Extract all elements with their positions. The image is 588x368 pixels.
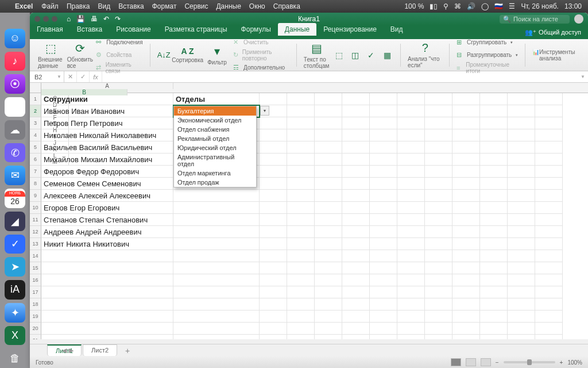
- menu-item[interactable]: Окно: [245, 2, 269, 10]
- cell[interactable]: Иванов Иван Иванович: [41, 105, 173, 117]
- cell[interactable]: Андреев Андрей Андреевич: [41, 226, 173, 238]
- cell[interactable]: [425, 274, 452, 286]
- cell[interactable]: [287, 214, 315, 226]
- cell[interactable]: [315, 154, 342, 166]
- photos-app[interactable]: ✿: [5, 97, 25, 117]
- safari-app[interactable]: ✦: [5, 303, 25, 323]
- cell[interactable]: [397, 274, 425, 286]
- cell[interactable]: [287, 178, 315, 190]
- cell[interactable]: [342, 105, 370, 117]
- cell[interactable]: [425, 335, 452, 339]
- qat-undo-icon[interactable]: ↶: [103, 15, 109, 23]
- cell[interactable]: [287, 93, 315, 105]
- zoom-slider[interactable]: [504, 361, 555, 363]
- cell[interactable]: [342, 141, 370, 154]
- name-box[interactable]: B2 ▼: [30, 71, 64, 82]
- cell[interactable]: [397, 286, 425, 298]
- cell[interactable]: [535, 323, 563, 335]
- cell[interactable]: [370, 226, 397, 238]
- cell[interactable]: [41, 250, 173, 262]
- ribbon-tab[interactable]: Данные: [278, 23, 316, 36]
- cell[interactable]: [452, 117, 480, 129]
- cell[interactable]: [425, 262, 452, 274]
- qat-save-icon[interactable]: 💾: [76, 15, 85, 23]
- cell[interactable]: [260, 129, 287, 141]
- cell[interactable]: [370, 141, 397, 154]
- iawriter-app[interactable]: iA: [5, 280, 25, 300]
- view-page-layout-button[interactable]: [466, 358, 476, 366]
- flag-icon[interactable]: 🇷🇺: [494, 2, 503, 10]
- cell[interactable]: [425, 166, 452, 178]
- podcasts-app[interactable]: ⦿: [5, 74, 25, 94]
- flash-fill-button[interactable]: ⬚: [332, 51, 345, 60]
- cell[interactable]: [41, 286, 173, 298]
- cell[interactable]: [41, 298, 173, 310]
- row-header[interactable]: 9: [30, 190, 41, 202]
- row-header[interactable]: 15: [30, 262, 41, 274]
- menu-item[interactable]: Вставка: [114, 2, 148, 10]
- cell[interactable]: [535, 141, 563, 154]
- cell[interactable]: [508, 238, 535, 250]
- cell[interactable]: [287, 323, 315, 335]
- qat-print-icon[interactable]: 🖶: [91, 15, 98, 23]
- cell[interactable]: [315, 93, 342, 105]
- remove-duplicates-button[interactable]: ◫: [349, 51, 361, 60]
- cell[interactable]: [397, 262, 425, 274]
- cell[interactable]: [397, 190, 425, 202]
- cell[interactable]: [41, 323, 173, 335]
- cell[interactable]: [425, 105, 452, 117]
- ribbon-tab[interactable]: Рисование: [109, 23, 157, 36]
- cell[interactable]: [287, 310, 315, 323]
- cell[interactable]: [425, 310, 452, 323]
- cell[interactable]: [287, 117, 315, 129]
- ribbon-tab[interactable]: Разметка страницы: [158, 23, 234, 36]
- row-header[interactable]: 20: [30, 323, 41, 335]
- cell[interactable]: [452, 226, 480, 238]
- cell[interactable]: [535, 93, 563, 105]
- dropdown-option[interactable]: Отдел маркетинга: [174, 168, 256, 178]
- cell[interactable]: [480, 286, 508, 298]
- ribbon-tab[interactable]: Вставка: [70, 23, 110, 36]
- cell[interactable]: [287, 238, 315, 250]
- cell[interactable]: [425, 93, 452, 105]
- cell[interactable]: [508, 93, 535, 105]
- cell[interactable]: Семенов Семен Семенович: [41, 178, 173, 190]
- cell[interactable]: [480, 274, 508, 286]
- cell[interactable]: Михайлов Михаил Михайлович: [41, 154, 173, 166]
- cell[interactable]: [535, 105, 563, 117]
- control-center-icon[interactable]: ⌘: [454, 2, 461, 10]
- cell[interactable]: [425, 286, 452, 298]
- account-avatar[interactable]: [574, 14, 583, 24]
- qat-redo-icon[interactable]: ↷: [115, 15, 121, 23]
- zoom-out-button[interactable]: −: [496, 359, 499, 366]
- qat-home-icon[interactable]: ⌂: [67, 15, 71, 23]
- cell[interactable]: [480, 154, 508, 166]
- cell[interactable]: [480, 310, 508, 323]
- cell[interactable]: [425, 238, 452, 250]
- cell[interactable]: [287, 335, 315, 339]
- select-all-corner[interactable]: [30, 83, 41, 93]
- cell[interactable]: [287, 262, 315, 274]
- cell[interactable]: [535, 117, 563, 129]
- view-page-break-button[interactable]: [481, 358, 491, 366]
- menu-item[interactable]: Сервис: [180, 2, 212, 10]
- sound-icon[interactable]: 🔊: [467, 2, 475, 10]
- cell[interactable]: [260, 238, 287, 250]
- cell[interactable]: [397, 141, 425, 154]
- cell[interactable]: [260, 166, 287, 178]
- cell[interactable]: [535, 262, 563, 274]
- cell[interactable]: [287, 141, 315, 154]
- cell[interactable]: [342, 262, 370, 274]
- cell[interactable]: [287, 274, 315, 286]
- sheet-nav-next-icon[interactable]: ▶: [69, 347, 74, 354]
- row-header[interactable]: 17: [30, 286, 41, 298]
- cell[interactable]: [260, 178, 287, 190]
- column-header[interactable]: A: [41, 83, 173, 89]
- cell[interactable]: [452, 166, 480, 178]
- row-header[interactable]: 10: [30, 202, 41, 214]
- dropdown-option[interactable]: Отдел снабжения: [174, 125, 256, 134]
- cell[interactable]: [260, 190, 287, 202]
- sort-button[interactable]: A Z Сортировка: [174, 47, 201, 63]
- cell[interactable]: [315, 226, 342, 238]
- cell[interactable]: [287, 298, 315, 310]
